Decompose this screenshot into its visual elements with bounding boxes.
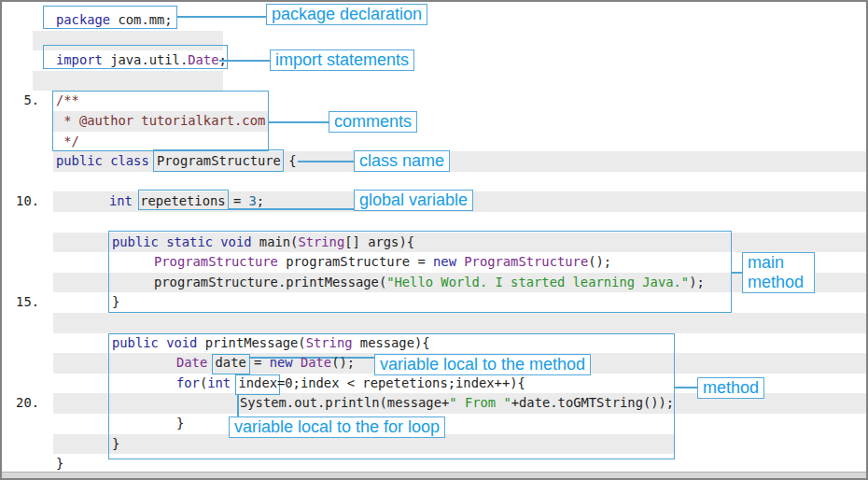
token-plain: ; bbox=[257, 193, 264, 208]
token-string: " From " bbox=[449, 395, 511, 410]
token-plain: } bbox=[112, 436, 119, 451]
token-kw: import bbox=[56, 52, 103, 67]
line-number: 20. bbox=[7, 393, 39, 414]
token-kw: new bbox=[433, 254, 456, 269]
token-kw: static bbox=[166, 234, 213, 249]
token-plain bbox=[293, 355, 301, 370]
line-number: 15. bbox=[7, 292, 39, 313]
token-plain bbox=[103, 153, 110, 168]
token-type: String bbox=[306, 335, 353, 350]
token-comment: /** bbox=[56, 92, 79, 107]
token-kw: void bbox=[220, 234, 251, 249]
token-plain: (); bbox=[588, 254, 611, 269]
token-plain: +date.toGMTString()); bbox=[511, 395, 674, 410]
token-kw: class bbox=[110, 153, 149, 168]
token-type: Date bbox=[301, 355, 331, 370]
token-plain: com.mm; bbox=[110, 12, 172, 27]
token-plain: date = bbox=[207, 355, 269, 370]
label-import-statements: import statements bbox=[270, 49, 414, 71]
token-comment: * @author tutorialkart.com bbox=[56, 113, 265, 128]
code-line: int repetetions = 3; bbox=[109, 191, 264, 212]
line-number: 5. bbox=[7, 91, 39, 111]
code-line: import java.util.Date; bbox=[56, 50, 227, 71]
line-stripe bbox=[33, 71, 223, 92]
token-plain bbox=[159, 335, 166, 350]
label-package-declaration: package declaration bbox=[266, 4, 427, 25]
token-plain: programStructure.printMessage( bbox=[154, 275, 386, 289]
connector-line bbox=[177, 16, 266, 18]
token-plain: main( bbox=[252, 234, 299, 249]
code-line: public static void main(String[] args){ bbox=[112, 233, 414, 253]
connector-line bbox=[732, 272, 742, 274]
token-plain: (); bbox=[331, 355, 355, 370]
code-line: */ bbox=[56, 132, 79, 152]
code-line: public class ProgramStructure { bbox=[56, 151, 297, 172]
token-kw: for bbox=[176, 375, 200, 390]
token-type: Date bbox=[176, 355, 207, 370]
code-line: } bbox=[112, 434, 119, 455]
label-variable-local-to-the-method: variable local to the method bbox=[374, 354, 591, 375]
token-plain: ProgramStructure { bbox=[149, 153, 297, 168]
connector-line bbox=[219, 60, 270, 62]
token-plain: } bbox=[176, 416, 184, 431]
code-line: public void printMessage(String message)… bbox=[112, 333, 430, 354]
code-line: ProgramStructure programStructure = new … bbox=[154, 252, 611, 273]
label-class-name: class name bbox=[354, 150, 450, 172]
token-plain: [] args){ bbox=[344, 234, 414, 249]
token-plain: index=0;index < repetetions;index++){ bbox=[231, 375, 525, 390]
code-line: Date date = new Date(); bbox=[176, 353, 355, 374]
code-line: programStructure.printMessage("Hello Wor… bbox=[154, 273, 705, 293]
token-plain: repetetions = bbox=[133, 193, 249, 208]
token-plain: programStructure = bbox=[278, 254, 433, 269]
code-line: } bbox=[112, 292, 119, 313]
annotated-java-program-structure-diagram: 5.10.15.20.package com.mm;import java.ut… bbox=[0, 0, 868, 480]
token-plain: ); bbox=[689, 275, 705, 289]
token-comment: */ bbox=[56, 134, 79, 148]
token-plain: } bbox=[56, 456, 63, 471]
token-type: Date bbox=[188, 52, 218, 67]
token-num: 3 bbox=[249, 193, 257, 208]
token-kw: public bbox=[112, 234, 159, 249]
token-plain: message){ bbox=[353, 335, 430, 350]
code-line: /** bbox=[56, 91, 79, 111]
code-line: package com.mm; bbox=[56, 10, 173, 31]
connector-line bbox=[269, 121, 329, 123]
connector-line bbox=[237, 394, 239, 416]
token-kw: public bbox=[112, 335, 159, 350]
label-comments: comments bbox=[329, 111, 417, 133]
token-plain: java.util. bbox=[103, 52, 188, 67]
line-stripe bbox=[53, 313, 868, 333]
token-type: ProgramStructure bbox=[464, 254, 588, 269]
token-kw: int bbox=[109, 193, 133, 208]
token-type: ProgramStructure bbox=[154, 254, 278, 269]
token-kw: int bbox=[207, 375, 231, 390]
code-line: } bbox=[176, 414, 184, 434]
code-line: for(int index=0;index < repetetions;inde… bbox=[176, 374, 525, 394]
code-line: System.out.println(message+" From "+date… bbox=[240, 393, 674, 414]
token-string: "Hello World. I started learning Java." bbox=[386, 275, 689, 289]
label-variable-local-to-the-for-loop: variable local to the for loop bbox=[229, 416, 445, 438]
connector-line bbox=[298, 161, 354, 162]
token-kw: package bbox=[56, 12, 110, 27]
connector-line bbox=[675, 387, 697, 388]
token-kw: public bbox=[56, 153, 103, 168]
label-method: method bbox=[697, 377, 764, 399]
token-type: String bbox=[298, 234, 344, 249]
horizontal-scrollbar-track bbox=[2, 472, 866, 480]
token-plain bbox=[159, 234, 166, 249]
token-plain: System.out.println(message+ bbox=[240, 395, 449, 410]
token-kw: new bbox=[270, 355, 293, 370]
label-global-variable: global variable bbox=[354, 190, 473, 211]
code-line: * @author tutorialkart.com bbox=[56, 111, 265, 132]
token-plain: ; bbox=[218, 52, 226, 67]
line-number: 10. bbox=[7, 191, 39, 212]
label-main-method: main method bbox=[742, 252, 815, 293]
token-plain: ( bbox=[200, 375, 207, 390]
token-plain: } bbox=[112, 294, 119, 309]
token-plain: printMessage( bbox=[197, 335, 305, 350]
token-kw: void bbox=[166, 335, 197, 350]
